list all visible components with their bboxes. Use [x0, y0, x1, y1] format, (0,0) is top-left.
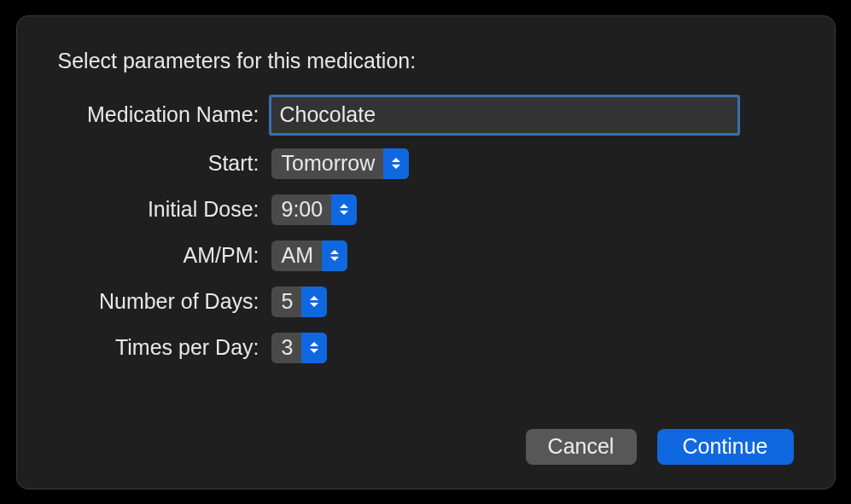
times-per-day-select[interactable]: 3 [271, 333, 328, 363]
updown-icon [322, 240, 347, 271]
times-per-day-value: 3 [271, 333, 302, 363]
start-row: Start: Tomorrow [58, 148, 794, 179]
medication-name-label: Medication Name: [58, 102, 271, 127]
am-pm-value: AM [271, 240, 323, 271]
button-row: Cancel Continue [526, 429, 794, 465]
dialog-title: Select parameters for this medication: [58, 49, 794, 73]
am-pm-select[interactable]: AM [271, 240, 348, 271]
medication-name-input[interactable] [271, 97, 737, 133]
initial-dose-label: Initial Dose: [58, 197, 271, 222]
start-label: Start: [58, 151, 271, 176]
initial-dose-select[interactable]: 9:00 [271, 194, 358, 225]
number-of-days-select[interactable]: 5 [271, 287, 328, 317]
number-of-days-row: Number of Days: 5 [58, 287, 794, 317]
continue-button[interactable]: Continue [657, 429, 794, 465]
updown-icon [383, 148, 409, 179]
updown-icon [301, 287, 327, 317]
updown-icon [331, 194, 357, 225]
updown-icon [301, 333, 327, 363]
times-per-day-label: Times per Day: [58, 335, 271, 360]
initial-dose-row: Initial Dose: 9:00 [58, 194, 794, 225]
cancel-button[interactable]: Cancel [526, 429, 637, 465]
medication-parameters-dialog: Select parameters for this medication: M… [16, 15, 836, 490]
times-per-day-row: Times per Day: 3 [58, 333, 794, 363]
medication-name-row: Medication Name: [58, 97, 794, 133]
number-of-days-label: Number of Days: [58, 289, 271, 314]
am-pm-label: AM/PM: [58, 243, 271, 268]
am-pm-row: AM/PM: AM [58, 240, 794, 271]
start-value: Tomorrow [271, 148, 384, 179]
number-of-days-value: 5 [271, 287, 302, 317]
start-select[interactable]: Tomorrow [271, 148, 410, 179]
initial-dose-value: 9:00 [271, 194, 332, 225]
